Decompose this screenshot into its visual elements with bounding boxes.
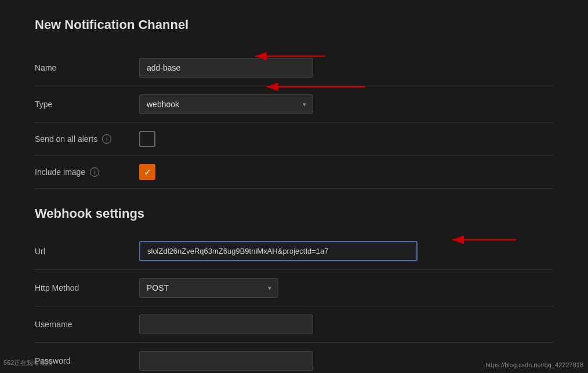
type-select-wrapper: webhook email slack pagerduty ▼ [139, 94, 313, 114]
include-image-label: Include image i [35, 167, 139, 177]
http-method-label: Http Method [35, 283, 139, 292]
url-label: Url [35, 247, 139, 256]
include-image-checkbox[interactable]: ✓ [139, 164, 155, 180]
username-row: Username [35, 306, 553, 343]
send-all-alerts-checkbox-wrapper [139, 131, 155, 147]
include-image-checkbox-wrapper: ✓ [139, 164, 155, 180]
page-title: New Notification Channel [35, 17, 553, 32]
username-input[interactable] [139, 315, 313, 334]
http-method-select[interactable]: POST GET PUT DELETE [139, 278, 278, 298]
notification-channel-form: Name Type webhook email slack pagerduty … [35, 50, 553, 189]
http-method-row: Http Method POST GET PUT DELETE ▼ [35, 270, 553, 306]
url-input[interactable] [139, 241, 418, 261]
type-select[interactable]: webhook email slack pagerduty [139, 94, 313, 114]
checkmark-icon: ✓ [144, 167, 151, 178]
blog-link: https://blog.csdn.net/qq_42227818 [485, 361, 583, 368]
name-label: Name [35, 63, 139, 72]
include-image-row: Include image i ✓ [35, 156, 553, 189]
username-label: Username [35, 320, 139, 329]
password-row: Password [35, 343, 553, 373]
send-all-alerts-info-icon[interactable]: i [102, 134, 111, 144]
password-input[interactable] [139, 351, 313, 371]
arrow-url-icon [447, 232, 528, 248]
type-label: Type [35, 100, 139, 109]
include-image-info-icon[interactable]: i [90, 167, 99, 177]
http-method-select-wrapper: POST GET PUT DELETE ▼ [139, 278, 278, 298]
webhook-section-title: Webhook settings [35, 206, 553, 221]
arrow-name-icon [249, 48, 336, 64]
send-all-alerts-checkbox[interactable] [139, 131, 155, 147]
watermark-text: 562正在观看视频 [0, 357, 56, 368]
arrow-type-icon [261, 79, 377, 95]
send-all-alerts-row: Send on all alerts i [35, 123, 553, 156]
send-all-alerts-label: Send on all alerts i [35, 134, 139, 144]
